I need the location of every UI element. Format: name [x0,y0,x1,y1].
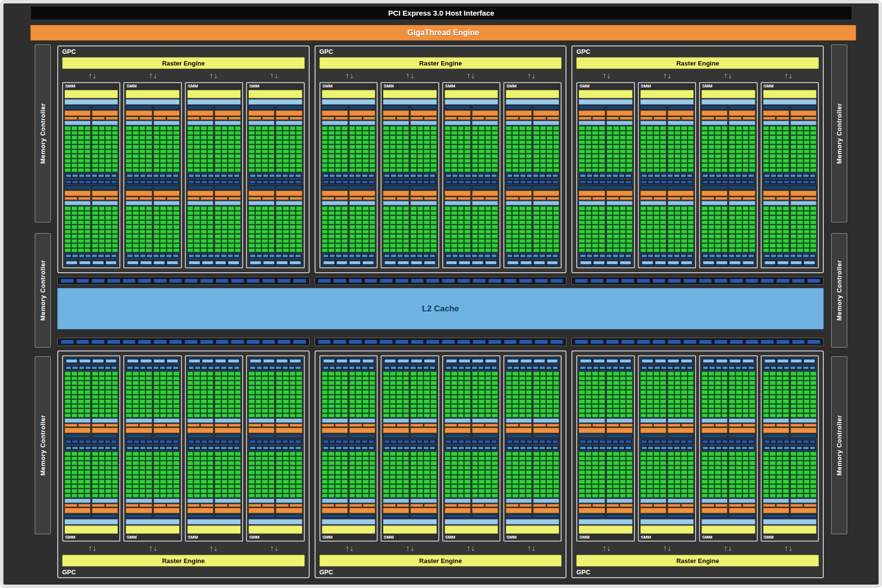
core-cell [396,409,403,413]
core-cell [701,220,708,225]
core-cell [647,452,653,456]
dispatch-unit [322,504,335,507]
core-cell [167,457,173,461]
core-cell [526,234,532,239]
core-cell [424,131,430,135]
core-cell [249,159,255,163]
dispatch-row [92,117,118,120]
core-cell [160,243,166,248]
core-cell [526,230,532,234]
core-cell [160,475,166,479]
core-cell [146,248,152,253]
core-cell [729,230,735,234]
unit-cell [343,255,348,257]
instruction-buffer-bar [215,434,241,438]
core-cell [519,470,525,475]
load-store-unit-bar [579,445,632,451]
core-cell [626,135,633,140]
core-cell [146,489,152,493]
core-cell [715,154,721,158]
core-cell [810,168,816,173]
core-cell [804,150,810,154]
core-cell [222,386,228,390]
crossbar-segment [411,340,424,344]
warp-scheduler-bar [322,191,348,196]
core-cell [424,225,430,229]
core-cell [187,452,194,456]
core-cell [228,234,234,239]
core-cell [349,475,356,479]
core-cell [167,230,173,234]
core-cell [540,475,546,479]
unit-cell [626,367,631,369]
sfu-unit-bar [65,179,118,185]
dispatch-unit [640,117,653,120]
processing-column [65,452,90,518]
load-store-unit-bar [445,365,498,370]
unit-cell [514,255,519,257]
core-cell [791,409,797,413]
core-cell [335,131,341,135]
core-cell [403,163,409,168]
core-cell [194,399,200,404]
unit-cell [527,174,532,177]
texture-unit [729,359,741,363]
core-cell [215,386,221,390]
unit-cell [112,447,116,449]
core-cell [607,475,613,479]
core-cell [154,457,160,461]
dispatch-row [506,424,532,427]
core-cell [485,466,492,470]
core-cell [592,135,598,140]
core-cell [369,470,376,475]
core-cell [626,479,633,484]
core-cell [647,390,653,394]
core-cell [654,168,660,173]
core-cell [485,461,492,465]
core-cell [586,414,592,418]
core-cell [540,150,546,154]
unit-cell [797,181,802,183]
core-cell [506,489,512,493]
core-cell [78,381,84,385]
unit-cell [507,447,512,449]
core-cell [201,135,207,140]
dispatch-unit [290,504,302,507]
unit-cell [250,174,255,177]
core-cell [783,452,789,456]
core-cell [546,154,553,158]
unit-cell [349,447,354,449]
core-cell [417,457,424,461]
core-cell [540,414,546,418]
instruction-cache-bar [126,519,179,524]
core-grid [763,371,789,417]
core-cell [640,220,647,225]
core-cell [160,154,166,158]
core-cell [410,150,417,154]
core-cell [791,484,797,489]
core-cell [356,145,362,149]
unit-cell [228,181,233,183]
core-cell [65,230,71,234]
core-cell [681,216,687,220]
processing-block [640,371,694,438]
core-cell [512,386,519,390]
crossbar-segment [76,340,90,344]
core-cell [722,220,728,225]
core-cell [71,154,78,158]
core-cell [804,135,810,140]
core-cell [579,225,585,229]
core-cell [660,159,666,163]
core-cell [451,395,457,399]
core-cell [71,494,78,498]
core-cell [797,239,803,243]
core-cell [430,395,437,399]
core-cell [112,461,118,465]
core-cell [506,475,512,479]
unit-cell [276,255,281,257]
core-cell [729,381,735,385]
core-cell [526,466,532,470]
core-cell [255,371,262,376]
core-cell [356,371,362,376]
core-cell [92,216,98,220]
